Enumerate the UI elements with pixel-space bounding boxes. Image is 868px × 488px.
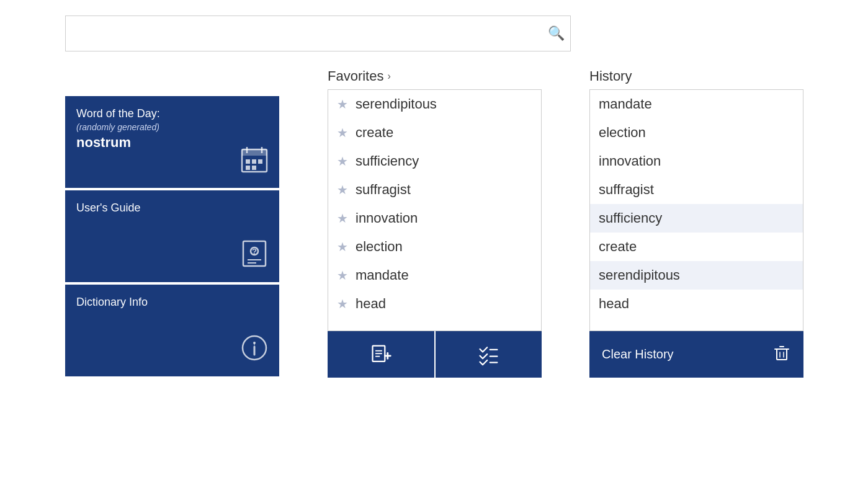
star-icon: ★ bbox=[337, 97, 348, 112]
svg-rect-5 bbox=[252, 159, 256, 164]
history-word: sufficiency bbox=[599, 210, 662, 226]
word-of-day-title: Word of the Day: bbox=[76, 107, 160, 120]
star-icon: ★ bbox=[337, 268, 348, 283]
list-item[interactable]: head bbox=[590, 290, 803, 318]
history-word: head bbox=[599, 296, 629, 312]
history-word: election bbox=[599, 125, 646, 141]
list-item[interactable]: ★ serendipitous bbox=[328, 90, 541, 118]
history-word: suffragist bbox=[599, 182, 654, 198]
dictionary-info-title: Dictionary Info bbox=[76, 296, 148, 309]
favorites-chevron: › bbox=[387, 71, 390, 82]
star-icon: ★ bbox=[337, 296, 348, 311]
list-item[interactable]: ★ suffragist bbox=[328, 175, 541, 204]
word-of-day-tile[interactable]: Word of the Day: (randomly generated) no… bbox=[65, 96, 279, 188]
svg-text:?: ? bbox=[252, 247, 257, 256]
star-icon: ★ bbox=[337, 125, 348, 140]
favorites-title: Favorites bbox=[328, 68, 383, 84]
svg-rect-27 bbox=[777, 349, 787, 360]
history-header: History bbox=[589, 68, 803, 84]
history-word: create bbox=[599, 239, 637, 255]
search-container: 🔍 bbox=[65, 16, 571, 51]
star-icon: ★ bbox=[337, 182, 348, 197]
list-item[interactable]: ★ election bbox=[328, 233, 541, 261]
info-icon: i bbox=[241, 334, 268, 367]
favorite-word: create bbox=[356, 125, 393, 141]
history-word: innovation bbox=[599, 153, 661, 169]
list-item[interactable]: serendipitous bbox=[590, 261, 803, 290]
list-item[interactable]: ★ head bbox=[328, 290, 541, 318]
history-section: History mandate election innovation suff… bbox=[589, 68, 803, 378]
word-of-day-subtitle: (randomly generated) bbox=[76, 122, 159, 132]
clear-history-label: Clear History bbox=[602, 347, 674, 362]
list-item[interactable]: ★ mandate bbox=[328, 261, 541, 290]
favorite-word: serendipitous bbox=[356, 96, 437, 112]
add-favorite-button[interactable] bbox=[328, 331, 434, 378]
manage-favorites-icon bbox=[477, 344, 499, 366]
history-word: serendipitous bbox=[599, 267, 680, 283]
svg-rect-7 bbox=[246, 166, 250, 170]
star-icon: ★ bbox=[337, 154, 348, 169]
dictionary-info-tile[interactable]: Dictionary Info i bbox=[65, 285, 279, 376]
favorites-section: Favorites › ★ serendipitous ★ create ★ s… bbox=[328, 68, 542, 378]
history-word: mandate bbox=[599, 96, 652, 112]
svg-rect-6 bbox=[258, 159, 262, 164]
list-item[interactable]: ★ innovation bbox=[328, 204, 541, 233]
history-list: mandate election innovation suffragist s… bbox=[589, 89, 803, 331]
word-of-day-word: nostrum bbox=[76, 135, 131, 151]
search-button[interactable]: 🔍 bbox=[548, 25, 565, 42]
svg-rect-1 bbox=[242, 149, 267, 156]
manage-favorites-button[interactable] bbox=[436, 331, 542, 378]
favorite-word: sufficiency bbox=[356, 153, 419, 169]
svg-rect-8 bbox=[252, 166, 256, 170]
favorites-list: ★ serendipitous ★ create ★ sufficiency ★… bbox=[328, 89, 542, 331]
users-guide-title: User's Guide bbox=[76, 202, 140, 215]
left-panel: Word of the Day: (randomly generated) no… bbox=[65, 96, 279, 379]
list-item[interactable]: innovation bbox=[590, 147, 803, 175]
svg-point-17 bbox=[253, 342, 256, 344]
favorite-word: innovation bbox=[356, 210, 418, 226]
calendar-icon bbox=[241, 146, 268, 179]
star-icon: ★ bbox=[337, 211, 348, 226]
clear-history-button[interactable]: Clear History bbox=[589, 331, 803, 378]
list-item[interactable]: mandate bbox=[590, 90, 803, 118]
favorites-actions bbox=[328, 331, 542, 378]
trash-icon bbox=[772, 343, 791, 366]
list-item[interactable]: ★ sufficiency bbox=[328, 147, 541, 175]
favorite-word: head bbox=[356, 296, 386, 312]
search-input[interactable] bbox=[65, 16, 571, 51]
search-icon: 🔍 bbox=[548, 25, 565, 41]
list-item[interactable]: create bbox=[590, 233, 803, 261]
favorites-header: Favorites › bbox=[328, 68, 542, 84]
guide-icon: ? bbox=[241, 240, 268, 273]
favorite-word: suffragist bbox=[356, 182, 411, 198]
history-title: History bbox=[589, 68, 632, 84]
star-icon: ★ bbox=[337, 239, 348, 254]
list-item[interactable]: suffragist bbox=[590, 175, 803, 204]
add-favorite-icon bbox=[370, 344, 392, 366]
favorite-word: election bbox=[356, 239, 403, 255]
list-item[interactable]: sufficiency bbox=[590, 204, 803, 233]
list-item[interactable]: ★ create bbox=[328, 118, 541, 147]
users-guide-tile[interactable]: User's Guide ? bbox=[65, 190, 279, 282]
svg-rect-4 bbox=[246, 159, 250, 164]
list-item[interactable]: election bbox=[590, 118, 803, 147]
favorite-word: mandate bbox=[356, 267, 409, 283]
